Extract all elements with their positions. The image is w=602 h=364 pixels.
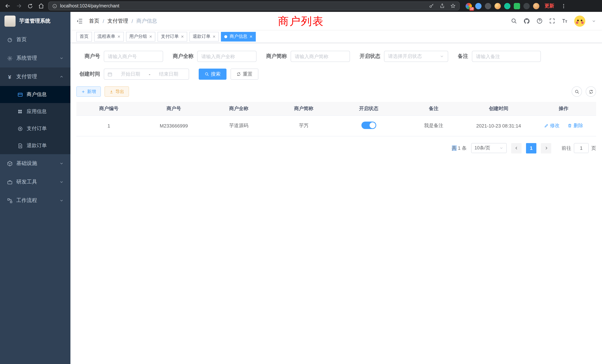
tab-home[interactable]: 首页 [76, 32, 92, 41]
extension-icon-5[interactable] [504, 3, 510, 9]
prev-page-button[interactable] [511, 143, 522, 153]
extension-icon-7[interactable] [523, 3, 530, 9]
extension-icon-6[interactable] [514, 3, 520, 9]
col-remark: 备注 [401, 102, 466, 115]
search-icon[interactable] [511, 18, 517, 24]
extension-icon-1[interactable]: 10 [466, 3, 472, 9]
payment-submenu: 商户信息 应用信息 支付订单 退款订单 [0, 86, 70, 154]
field-full-name: 商户全称 [173, 51, 257, 62]
sidebar-item-refund-order[interactable]: 退款订单 [0, 137, 70, 154]
url-text[interactable]: localhost:1024/pay/merchant [60, 3, 119, 9]
dashboard-icon [7, 37, 13, 43]
sidebar-item-pay-order[interactable]: 支付订单 [0, 120, 70, 137]
merchant-table: 商户编号 商户号 商户全称 商户简称 开启状态 备注 创建时间 操作 1 [76, 102, 596, 136]
browser-reload-button[interactable] [26, 2, 34, 10]
browser-back-button[interactable] [4, 2, 12, 10]
font-size-icon[interactable] [562, 18, 568, 24]
breadcrumb: 首页 / 支付管理 / 商户信息 [89, 18, 157, 24]
breadcrumb-home[interactable]: 首页 [89, 18, 99, 24]
browser-home-button[interactable] [37, 2, 45, 10]
field-merchant-no: 商户号 [76, 51, 163, 62]
sidebar-item-dev-tools[interactable]: 研发工具 [0, 173, 70, 191]
remark-input[interactable] [472, 51, 541, 62]
full-name-input[interactable] [197, 51, 257, 62]
close-icon[interactable]: × [149, 34, 152, 39]
col-create-time: 创建时间 [466, 102, 531, 115]
bookmark-star-icon[interactable] [450, 3, 456, 9]
col-short-name: 商户简称 [271, 102, 336, 115]
status-toggle[interactable] [361, 121, 376, 129]
close-icon[interactable]: × [118, 34, 120, 39]
delete-link[interactable]: 删除 [568, 122, 583, 129]
annotation-merchant-list: 商户列表 [278, 14, 324, 29]
sidebar-item-app-info[interactable]: 应用信息 [0, 103, 70, 120]
site-info-icon[interactable] [52, 3, 57, 8]
browser-forward-button[interactable] [15, 2, 23, 10]
help-icon[interactable] [536, 18, 543, 24]
export-button[interactable]: 导出 [105, 86, 129, 97]
next-page-button[interactable] [541, 143, 551, 153]
goto-page: 前往 页 [562, 143, 596, 153]
chevron-up-icon [59, 75, 64, 79]
browser-update-button[interactable]: 更新 [545, 3, 554, 9]
sidebar-item-infrastructure[interactable]: 基础设施 [0, 154, 70, 173]
fullscreen-icon[interactable] [549, 18, 555, 24]
browser-menu-icon[interactable] [559, 2, 568, 10]
close-icon[interactable]: × [181, 34, 184, 39]
download-icon [109, 89, 113, 94]
extension-icon-4[interactable] [494, 3, 501, 9]
tab-pay-order[interactable]: 支付订单 × [158, 32, 187, 41]
select-placeholder: 请选择开启状态 [388, 53, 422, 60]
edit-link[interactable]: 修改 [544, 122, 559, 129]
breadcrumb-payment[interactable]: 支付管理 [108, 18, 128, 24]
extension-icon-3[interactable] [485, 3, 491, 9]
close-icon[interactable]: × [250, 34, 252, 39]
tab-process-form[interactable]: 流程表单 × [94, 32, 124, 41]
grid-icon [17, 109, 23, 114]
page-size-select[interactable]: 10条/页 [471, 143, 507, 153]
chevron-down-icon [59, 180, 64, 184]
tab-label: 支付订单 [161, 33, 179, 40]
field-label: 商户全称 [173, 53, 194, 60]
tab-merchant-info[interactable]: 商户信息 × [221, 32, 256, 41]
extension-icon-2[interactable] [475, 3, 482, 9]
merchant-no-input[interactable] [104, 51, 163, 62]
sidebar-item-merchant-info[interactable]: 商户信息 [0, 86, 70, 103]
tab-refund-order[interactable]: 退款订单 × [189, 32, 219, 41]
refresh-table-button[interactable] [586, 86, 596, 97]
github-icon[interactable] [523, 18, 530, 24]
password-key-icon[interactable] [429, 3, 434, 9]
pagination: 共 1 条 10条/页 1 前往 页 [76, 143, 596, 153]
cell-status [336, 115, 401, 136]
sidebar-item-payment[interactable]: ¥ 支付管理 [0, 67, 70, 86]
navbar-actions [511, 15, 596, 26]
field-remark: 备注 [458, 51, 541, 62]
close-icon[interactable]: × [213, 34, 215, 39]
app-logo[interactable]: 芋道管理系统 [0, 12, 70, 30]
reset-button[interactable]: 重置 [231, 69, 258, 80]
sidebar-item-system[interactable]: 系统管理 [0, 49, 70, 67]
short-name-input[interactable] [291, 51, 350, 62]
url-bar[interactable]: localhost:1024/pay/merchant [48, 1, 460, 10]
cell-create-time: 2021-10-23 08:31:14 [466, 115, 531, 136]
avatar-caret-icon[interactable] [592, 19, 596, 23]
sidebar-item-workflow[interactable]: 工作流程 [0, 191, 70, 210]
toolbar-right [572, 86, 596, 97]
tab-user-group[interactable]: 用户分组 × [126, 32, 155, 41]
sidebar-item-label: 支付管理 [16, 73, 37, 80]
date-range-picker[interactable]: 开始日期 - 结束日期 [104, 69, 189, 80]
status-select[interactable]: 请选择开启状态 [384, 51, 448, 62]
sidebar-item-label: 基础设施 [16, 160, 37, 167]
page-1-button[interactable]: 1 [526, 143, 536, 153]
user-avatar[interactable] [574, 15, 585, 26]
sidebar-item-home[interactable]: 首页 [0, 30, 70, 49]
extensions-row: 10 [466, 3, 539, 9]
profile-avatar-icon[interactable] [533, 3, 539, 9]
refresh-icon [236, 72, 241, 76]
sidebar-toggle-icon[interactable] [76, 18, 83, 24]
search-button[interactable]: 搜索 [199, 69, 226, 80]
add-button[interactable]: 新增 [76, 86, 101, 97]
goto-page-input[interactable] [574, 143, 589, 153]
share-icon[interactable] [440, 3, 445, 9]
toggle-search-button[interactable] [572, 86, 582, 97]
